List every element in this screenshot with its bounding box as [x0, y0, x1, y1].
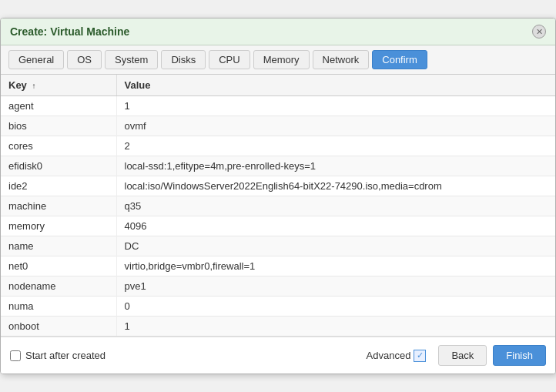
- dialog-title: Create: Virtual Machine: [10, 25, 129, 38]
- tab-confirm[interactable]: Confirm: [372, 50, 427, 69]
- table-row: onboot1: [1, 317, 555, 337]
- table-cell-value: win11: [116, 337, 555, 337]
- advanced-checkbox[interactable]: ✓: [414, 350, 426, 362]
- table-cell-value: DC: [116, 236, 555, 256]
- table-row: nodenamepve1: [1, 276, 555, 297]
- tab-network[interactable]: Network: [313, 50, 370, 69]
- tab-bar: General OS System Disks CPU Memory Netwo…: [1, 45, 555, 75]
- table-cell-key: net0: [1, 256, 116, 276]
- table-cell-value: virtio,bridge=vmbr0,firewall=1: [116, 256, 555, 276]
- table-cell-key: ostype: [1, 337, 116, 337]
- table-row: machineq35: [1, 196, 555, 216]
- create-vm-dialog: Create: Virtual Machine ✕ General OS Sys…: [0, 18, 556, 374]
- table-cell-value: q35: [116, 196, 555, 216]
- title-bar: Create: Virtual Machine ✕: [1, 18, 555, 45]
- table-row: biosovmf: [1, 116, 555, 136]
- footer: Start after created Advanced ✓ Back Fini…: [1, 337, 555, 374]
- tab-cpu[interactable]: CPU: [209, 50, 250, 69]
- tab-general[interactable]: General: [8, 50, 64, 69]
- table-row: cores2: [1, 136, 555, 156]
- tab-os[interactable]: OS: [67, 50, 102, 69]
- table-cell-key: ide2: [1, 176, 116, 196]
- advanced-section: Advanced ✓: [367, 350, 427, 362]
- table-cell-value: local-ssd:1,efitype=4m,pre-enrolled-keys…: [116, 156, 555, 176]
- table-cell-key: efidisk0: [1, 156, 116, 176]
- table-cell-value: ovmf: [116, 116, 555, 136]
- tab-disks[interactable]: Disks: [161, 50, 206, 69]
- back-button[interactable]: Back: [438, 345, 487, 366]
- table-row: memory4096: [1, 216, 555, 236]
- table-cell-value: pve1: [116, 276, 555, 297]
- table-cell-key: cores: [1, 136, 116, 156]
- table-cell-key: name: [1, 236, 116, 256]
- column-header-value[interactable]: Value: [116, 75, 555, 96]
- table-cell-key: machine: [1, 196, 116, 216]
- confirm-table-container: Key ↑ Value agent1biosovmfcores2efidisk0…: [1, 75, 555, 337]
- table-row: nameDC: [1, 236, 555, 256]
- table-cell-key: bios: [1, 116, 116, 136]
- table-cell-value: local:iso/WindowsServer2022English64-bit…: [116, 176, 555, 196]
- table-row: efidisk0local-ssd:1,efitype=4m,pre-enrol…: [1, 156, 555, 176]
- table-row: numa0: [1, 297, 555, 317]
- table-row: net0virtio,bridge=vmbr0,firewall=1: [1, 256, 555, 276]
- sort-icon: ↑: [32, 82, 35, 90]
- table-cell-key: onboot: [1, 317, 116, 337]
- close-button[interactable]: ✕: [532, 25, 546, 39]
- table-cell-value: 0: [116, 297, 555, 317]
- footer-actions: Advanced ✓ Back Finish: [367, 345, 546, 366]
- table-row: agent1: [1, 96, 555, 116]
- table-cell-key: numa: [1, 297, 116, 317]
- start-after-label[interactable]: Start after created: [10, 350, 106, 361]
- table-cell-value: 1: [116, 96, 555, 116]
- table-cell-value: 2: [116, 136, 555, 156]
- confirm-table: Key ↑ Value agent1biosovmfcores2efidisk0…: [1, 75, 555, 337]
- close-icon: ✕: [536, 27, 543, 37]
- advanced-check-icon: ✓: [417, 350, 424, 360]
- table-cell-key: nodename: [1, 276, 116, 297]
- tab-memory[interactable]: Memory: [253, 50, 310, 69]
- finish-button[interactable]: Finish: [493, 345, 546, 366]
- table-cell-value: 1: [116, 317, 555, 337]
- table-row: ostypewin11: [1, 337, 555, 337]
- table-cell-value: 4096: [116, 216, 555, 236]
- start-after-checkbox[interactable]: [10, 350, 21, 361]
- table-cell-key: memory: [1, 216, 116, 236]
- table-row: ide2local:iso/WindowsServer2022English64…: [1, 176, 555, 196]
- column-header-key[interactable]: Key ↑: [1, 75, 116, 96]
- table-cell-key: agent: [1, 96, 116, 116]
- tab-system[interactable]: System: [105, 50, 158, 69]
